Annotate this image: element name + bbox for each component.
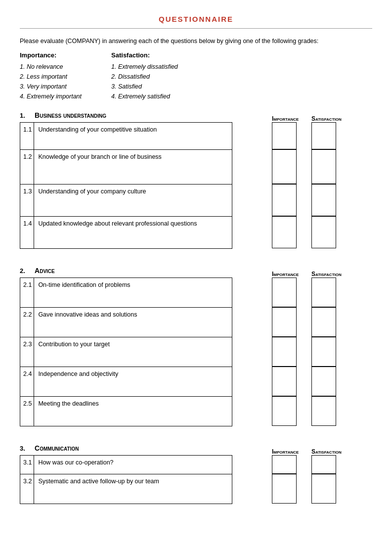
section-2-heading: 2. Advice — [20, 267, 232, 275]
importance-box[interactable] — [272, 337, 297, 367]
table-row: 2.1On-time identification of problems — [20, 278, 232, 308]
satisfaction-item-1: 1. Extremely dissatisfied — [111, 62, 178, 72]
importance-header: Importance: — [20, 51, 82, 59]
section-2-ratings — [272, 278, 336, 426]
question-text: Understanding of your competitive situat… — [34, 123, 232, 150]
importance-item-1: 1. No relevance — [20, 62, 82, 72]
section-3-table: 3.1How was our co-operation?3.2Systemati… — [20, 455, 232, 504]
rating-pair — [272, 122, 336, 149]
table-row: 3.1How was our co-operation? — [20, 456, 232, 474]
satisfaction-box[interactable] — [311, 307, 336, 337]
divider — [20, 28, 372, 29]
satisfaction-box[interactable] — [311, 216, 336, 248]
sections-container: 1. Business understandingImportanceSatis… — [20, 111, 372, 522]
section-1-table: 1.1Understanding of your competitive sit… — [20, 122, 232, 249]
question-number: 2.1 — [20, 278, 34, 308]
satisfaction-box[interactable] — [311, 337, 336, 367]
importance-item-3: 3. Very important — [20, 82, 82, 92]
importance-box[interactable] — [272, 455, 297, 474]
question-number: 3.2 — [20, 474, 34, 504]
question-number: 1.4 — [20, 217, 34, 249]
question-text: Knowledge of your branch or line of busi… — [34, 150, 232, 185]
satisfaction-header: Satisfaction: — [111, 51, 178, 59]
satisfaction-col: Satisfaction: 1. Extremely dissatisfied … — [111, 51, 178, 101]
question-number: 1.3 — [20, 185, 34, 217]
satisfaction-list: 1. Extremely dissatisfied 2. Dissatisfie… — [111, 62, 178, 101]
importance-box[interactable] — [272, 307, 297, 337]
section-1-ratings — [272, 122, 336, 248]
question-text: Contribution to your target — [34, 337, 232, 367]
section-3-ratings — [272, 455, 336, 504]
question-text: Meeting the deadlines — [34, 397, 232, 426]
rating-pair — [272, 396, 336, 426]
importance-item-4: 4. Extremely important — [20, 92, 82, 101]
importance-item-2: 2. Less important — [20, 72, 82, 82]
table-row: 1.3Understanding of your company culture — [20, 185, 232, 217]
table-row: 2.4Independence and objectivity — [20, 367, 232, 397]
rating-pair — [272, 307, 336, 337]
rating-pair — [272, 278, 336, 307]
question-number: 3.1 — [20, 456, 34, 474]
intro-text: Please evaluate (COMPANY) in answering e… — [20, 38, 372, 45]
question-number: 2.4 — [20, 367, 34, 397]
rating-pair — [272, 474, 336, 504]
question-text: On-time identification of problems — [34, 278, 232, 308]
question-number: 1.1 — [20, 123, 34, 150]
table-row: 3.2Systematic and active follow-up by ou… — [20, 474, 232, 504]
section-1-heading: 1. Business understanding — [20, 111, 232, 119]
table-row: 2.5Meeting the deadlines — [20, 397, 232, 426]
col-header-1: Satisfaction — [311, 115, 336, 122]
importance-list: 1. No relevance 2. Less important 3. Ver… — [20, 62, 82, 101]
table-row: 2.3Contribution to your target — [20, 337, 232, 367]
rating-pair — [272, 216, 336, 248]
satisfaction-box[interactable] — [311, 278, 336, 307]
col-header-0: Importance — [272, 448, 297, 455]
question-text: Independence and objectivity — [34, 367, 232, 397]
grades-section: Importance: 1. No relevance 2. Less impo… — [20, 51, 372, 101]
question-number: 2.2 — [20, 308, 34, 337]
importance-box[interactable] — [272, 184, 297, 216]
importance-box[interactable] — [272, 122, 297, 149]
satisfaction-item-3: 3. Satisfied — [111, 82, 178, 92]
importance-box[interactable] — [272, 278, 297, 307]
question-number: 2.5 — [20, 397, 34, 426]
table-row: 1.4Updated knowledge about relevant prof… — [20, 217, 232, 249]
satisfaction-box[interactable] — [311, 367, 336, 396]
col-header-1: Satisfaction — [311, 448, 336, 455]
question-number: 1.2 — [20, 150, 34, 185]
section-2: 2. AdviceImportanceSatisfaction2.1On-tim… — [20, 267, 372, 426]
rating-pair — [272, 184, 336, 216]
satisfaction-box[interactable] — [311, 184, 336, 216]
satisfaction-item-2: 2. Dissatisfied — [111, 72, 178, 82]
rating-pair — [272, 367, 336, 396]
col-header-0: Importance — [272, 115, 297, 122]
satisfaction-box[interactable] — [311, 474, 336, 504]
question-text: How was our co-operation? — [34, 456, 232, 474]
rating-pair — [272, 149, 336, 184]
section-3-heading: 3. Communication — [20, 444, 232, 452]
importance-col: Importance: 1. No relevance 2. Less impo… — [20, 51, 82, 101]
section-2-table: 2.1On-time identification of problems2.2… — [20, 278, 232, 426]
satisfaction-item-4: 4. Extremely satisfied — [111, 92, 178, 101]
rating-pair — [272, 337, 336, 367]
importance-box[interactable] — [272, 149, 297, 184]
col-header-0: Importance — [272, 271, 297, 278]
table-row: 1.1Understanding of your competitive sit… — [20, 123, 232, 150]
importance-box[interactable] — [272, 367, 297, 396]
importance-box[interactable] — [272, 474, 297, 504]
importance-box[interactable] — [272, 216, 297, 248]
satisfaction-box[interactable] — [311, 455, 336, 474]
question-text: Understanding of your company culture — [34, 185, 232, 217]
importance-box[interactable] — [272, 396, 297, 426]
page-title: QUESTIONNAIRE — [20, 15, 372, 23]
table-row: 2.2Gave innovative ideas and solutions — [20, 308, 232, 337]
satisfaction-box[interactable] — [311, 122, 336, 149]
section-1: 1. Business understandingImportanceSatis… — [20, 111, 372, 249]
satisfaction-box[interactable] — [311, 149, 336, 184]
question-text: Updated knowledge about relevant profess… — [34, 217, 232, 249]
question-text: Systematic and active follow-up by our t… — [34, 474, 232, 504]
table-row: 1.2Knowledge of your branch or line of b… — [20, 150, 232, 185]
section-3: 3. CommunicationImportanceSatisfaction3.… — [20, 444, 372, 504]
col-header-1: Satisfaction — [311, 271, 336, 278]
satisfaction-box[interactable] — [311, 396, 336, 426]
